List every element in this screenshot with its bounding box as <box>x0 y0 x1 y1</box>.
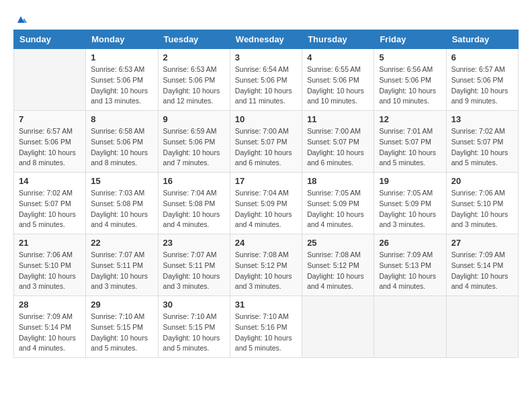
calendar-cell: 9Sunrise: 6:59 AM Sunset: 5:06 PM Daylig… <box>158 111 230 173</box>
day-info: Sunrise: 7:04 AM Sunset: 5:08 PM Dayligh… <box>163 188 225 230</box>
calendar-cell: 4Sunrise: 6:55 AM Sunset: 5:06 PM Daylig… <box>302 49 374 111</box>
day-info: Sunrise: 7:10 AM Sunset: 5:15 PM Dayligh… <box>91 312 152 354</box>
day-number: 20 <box>451 176 513 186</box>
calendar-cell: 15Sunrise: 7:03 AM Sunset: 5:08 PM Dayli… <box>86 173 158 234</box>
day-number: 19 <box>379 176 441 186</box>
day-info: Sunrise: 7:02 AM Sunset: 5:07 PM Dayligh… <box>451 126 513 169</box>
calendar-cell <box>302 296 374 358</box>
day-info: Sunrise: 7:00 AM Sunset: 5:07 PM Dayligh… <box>307 126 369 169</box>
day-info: Sunrise: 7:09 AM Sunset: 5:13 PM Dayligh… <box>379 250 441 292</box>
calendar-cell: 25Sunrise: 7:08 AM Sunset: 5:12 PM Dayli… <box>302 234 374 296</box>
day-info: Sunrise: 6:57 AM Sunset: 5:06 PM Dayligh… <box>19 126 81 169</box>
calendar-cell <box>446 296 518 358</box>
day-number: 15 <box>91 176 152 186</box>
calendar-cell <box>14 49 86 111</box>
calendar-cell: 28Sunrise: 7:09 AM Sunset: 5:14 PM Dayli… <box>14 296 86 358</box>
day-number: 14 <box>19 176 81 186</box>
day-info: Sunrise: 7:09 AM Sunset: 5:14 PM Dayligh… <box>451 250 513 292</box>
day-number: 9 <box>163 114 225 124</box>
day-number: 3 <box>235 52 297 62</box>
day-info: Sunrise: 6:53 AM Sunset: 5:06 PM Dayligh… <box>163 64 225 107</box>
day-info: Sunrise: 7:04 AM Sunset: 5:09 PM Dayligh… <box>235 188 297 230</box>
day-number: 23 <box>163 238 225 248</box>
calendar-table: SundayMondayTuesdayWednesdayThursdayFrid… <box>13 30 519 358</box>
day-info: Sunrise: 7:05 AM Sunset: 5:09 PM Dayligh… <box>307 188 369 230</box>
day-number: 4 <box>307 52 369 62</box>
day-info: Sunrise: 7:06 AM Sunset: 5:10 PM Dayligh… <box>451 188 513 230</box>
day-info: Sunrise: 7:10 AM Sunset: 5:15 PM Dayligh… <box>163 312 225 354</box>
calendar-cell: 26Sunrise: 7:09 AM Sunset: 5:13 PM Dayli… <box>374 234 446 296</box>
calendar-cell: 17Sunrise: 7:04 AM Sunset: 5:09 PM Dayli… <box>230 173 302 234</box>
day-number: 13 <box>451 114 513 124</box>
day-number: 31 <box>235 300 297 310</box>
calendar-week-row: 7Sunrise: 6:57 AM Sunset: 5:06 PM Daylig… <box>14 111 519 173</box>
calendar-cell: 23Sunrise: 7:07 AM Sunset: 5:11 PM Dayli… <box>158 234 230 296</box>
calendar-cell: 1Sunrise: 6:53 AM Sunset: 5:06 PM Daylig… <box>86 49 158 111</box>
day-number: 28 <box>19 300 81 310</box>
logo <box>13 13 27 23</box>
day-info: Sunrise: 7:03 AM Sunset: 5:08 PM Dayligh… <box>91 188 152 230</box>
calendar-cell: 7Sunrise: 6:57 AM Sunset: 5:06 PM Daylig… <box>14 111 86 173</box>
day-info: Sunrise: 7:02 AM Sunset: 5:07 PM Dayligh… <box>19 188 81 230</box>
day-info: Sunrise: 7:08 AM Sunset: 5:12 PM Dayligh… <box>235 250 297 292</box>
day-number: 24 <box>235 238 297 248</box>
day-info: Sunrise: 7:05 AM Sunset: 5:09 PM Dayligh… <box>379 188 441 230</box>
day-number: 12 <box>379 114 441 124</box>
day-info: Sunrise: 6:53 AM Sunset: 5:06 PM Dayligh… <box>91 64 152 107</box>
day-info: Sunrise: 7:08 AM Sunset: 5:12 PM Dayligh… <box>307 250 369 292</box>
calendar-cell: 6Sunrise: 6:57 AM Sunset: 5:06 PM Daylig… <box>446 49 518 111</box>
day-info: Sunrise: 7:01 AM Sunset: 5:07 PM Dayligh… <box>379 126 441 169</box>
calendar-week-row: 1Sunrise: 6:53 AM Sunset: 5:06 PM Daylig… <box>14 49 519 111</box>
calendar-cell: 19Sunrise: 7:05 AM Sunset: 5:09 PM Dayli… <box>374 173 446 234</box>
calendar-cell: 8Sunrise: 6:58 AM Sunset: 5:06 PM Daylig… <box>86 111 158 173</box>
day-info: Sunrise: 7:07 AM Sunset: 5:11 PM Dayligh… <box>91 250 152 292</box>
calendar-cell: 29Sunrise: 7:10 AM Sunset: 5:15 PM Dayli… <box>86 296 158 358</box>
day-info: Sunrise: 6:58 AM Sunset: 5:06 PM Dayligh… <box>91 126 152 169</box>
header <box>13 13 519 23</box>
day-info: Sunrise: 7:07 AM Sunset: 5:11 PM Dayligh… <box>163 250 225 292</box>
calendar-week-row: 28Sunrise: 7:09 AM Sunset: 5:14 PM Dayli… <box>14 296 519 358</box>
day-number: 11 <box>307 114 369 124</box>
calendar-cell: 30Sunrise: 7:10 AM Sunset: 5:15 PM Dayli… <box>158 296 230 358</box>
day-number: 1 <box>91 52 152 62</box>
logo-triangle-icon <box>15 13 27 26</box>
calendar-cell: 21Sunrise: 7:06 AM Sunset: 5:10 PM Dayli… <box>14 234 86 296</box>
day-info: Sunrise: 7:00 AM Sunset: 5:07 PM Dayligh… <box>235 126 297 169</box>
calendar-cell: 18Sunrise: 7:05 AM Sunset: 5:09 PM Dayli… <box>302 173 374 234</box>
calendar-cell: 2Sunrise: 6:53 AM Sunset: 5:06 PM Daylig… <box>158 49 230 111</box>
calendar-week-row: 14Sunrise: 7:02 AM Sunset: 5:07 PM Dayli… <box>14 173 519 234</box>
day-number: 2 <box>163 52 225 62</box>
day-info: Sunrise: 6:54 AM Sunset: 5:06 PM Dayligh… <box>235 64 297 107</box>
day-info: Sunrise: 6:59 AM Sunset: 5:06 PM Dayligh… <box>163 126 225 169</box>
calendar-cell: 10Sunrise: 7:00 AM Sunset: 5:07 PM Dayli… <box>230 111 302 173</box>
calendar-cell: 16Sunrise: 7:04 AM Sunset: 5:08 PM Dayli… <box>158 173 230 234</box>
calendar-cell <box>374 296 446 358</box>
day-number: 21 <box>19 238 81 248</box>
calendar-cell: 31Sunrise: 7:10 AM Sunset: 5:16 PM Dayli… <box>230 296 302 358</box>
day-number: 10 <box>235 114 297 124</box>
calendar-header-monday: Monday <box>86 30 158 49</box>
day-info: Sunrise: 7:09 AM Sunset: 5:14 PM Dayligh… <box>19 312 81 354</box>
calendar-cell: 11Sunrise: 7:00 AM Sunset: 5:07 PM Dayli… <box>302 111 374 173</box>
calendar-header-tuesday: Tuesday <box>158 30 230 49</box>
day-number: 29 <box>91 300 152 310</box>
day-info: Sunrise: 7:10 AM Sunset: 5:16 PM Dayligh… <box>235 312 297 354</box>
day-number: 17 <box>235 176 297 186</box>
calendar-header-row: SundayMondayTuesdayWednesdayThursdayFrid… <box>14 30 519 49</box>
day-number: 25 <box>307 238 369 248</box>
calendar-cell: 3Sunrise: 6:54 AM Sunset: 5:06 PM Daylig… <box>230 49 302 111</box>
day-number: 8 <box>91 114 152 124</box>
day-number: 27 <box>451 238 513 248</box>
day-number: 26 <box>379 238 441 248</box>
calendar-cell: 12Sunrise: 7:01 AM Sunset: 5:07 PM Dayli… <box>374 111 446 173</box>
day-number: 7 <box>19 114 81 124</box>
day-info: Sunrise: 6:56 AM Sunset: 5:06 PM Dayligh… <box>379 64 441 107</box>
day-number: 30 <box>163 300 225 310</box>
calendar-cell: 5Sunrise: 6:56 AM Sunset: 5:06 PM Daylig… <box>374 49 446 111</box>
day-info: Sunrise: 6:55 AM Sunset: 5:06 PM Dayligh… <box>307 64 369 107</box>
day-number: 18 <box>307 176 369 186</box>
calendar-header-thursday: Thursday <box>302 30 374 49</box>
calendar-header-saturday: Saturday <box>446 30 518 49</box>
calendar-cell: 27Sunrise: 7:09 AM Sunset: 5:14 PM Dayli… <box>446 234 518 296</box>
calendar-cell: 22Sunrise: 7:07 AM Sunset: 5:11 PM Dayli… <box>86 234 158 296</box>
